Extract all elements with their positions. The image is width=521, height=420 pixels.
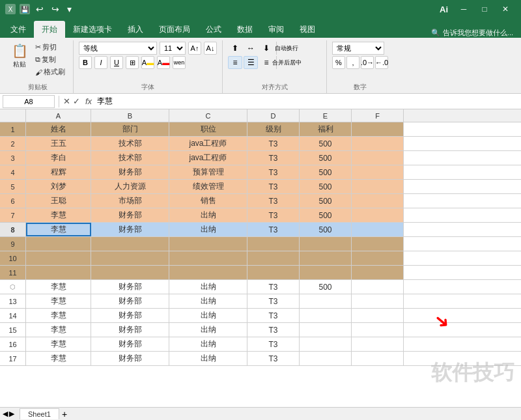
cell-r15-c4[interactable] [300,323,352,337]
cell-r1-c1[interactable]: 部门 [91,122,169,136]
cell-reference-box[interactable] [3,95,55,108]
cell-r3-c0[interactable]: 李白 [26,151,91,165]
cell-r8-c2[interactable]: 出纳 [169,223,247,236]
cell-r4-c3[interactable]: T3 [247,165,300,179]
tab-new[interactable]: 新建选项卡 [65,21,120,38]
col-header-d[interactable]: D [247,109,300,122]
save-icon[interactable]: 💾 [20,4,30,14]
cell-r6-c0[interactable]: 王聪 [26,194,91,208]
sheet-nav-left[interactable]: ◀ [3,410,8,418]
row-header-6[interactable]: 6 [0,194,26,208]
cell-r17-c0[interactable]: 李慧 [26,352,91,365]
cell-r11-c2[interactable] [169,266,247,279]
cell-r6-c5[interactable] [352,194,404,208]
cell-r14-c3[interactable]: T3 [247,309,300,322]
decrease-decimal-button[interactable]: ←.0 [375,56,388,69]
table-row[interactable]: 王聪市场部销售T3500 [26,194,521,208]
cell-r13-c2[interactable]: 出纳 [169,294,247,308]
cell-r2-c1[interactable]: 技术部 [91,137,169,150]
row-header-13[interactable]: 13 [0,294,26,309]
cell-r14-c5[interactable] [352,309,404,322]
cell-r10-c3[interactable] [247,251,300,265]
cell-r3-c2[interactable]: java工程师 [169,151,247,165]
format-painter-button[interactable]: 🖌 格式刷 [33,66,68,77]
tab-formula[interactable]: 公式 [198,21,229,38]
table-row[interactable]: 王五技术部java工程师T3500 [26,137,521,151]
cell-r17-c1[interactable]: 财务部 [91,352,169,365]
row-header-1[interactable]: 1 [0,122,26,137]
border-button[interactable]: ⊞ [126,56,139,69]
cell-r1-c0[interactable]: 姓名 [26,122,91,136]
cell-r12-c2[interactable]: 出纳 [169,280,247,294]
cell-r1-c3[interactable]: 级别 [247,122,300,136]
cell-r10-c1[interactable] [91,251,169,265]
add-sheet-button[interactable]: + [62,409,67,419]
col-header-f[interactable]: F [352,109,404,122]
font-grow-button[interactable]: A↑ [188,42,201,55]
cell-r16-c1[interactable]: 财务部 [91,337,169,351]
tab-data[interactable]: 数据 [229,21,260,38]
table-row[interactable]: 李慧财务部出纳T3500 [26,208,521,223]
cell-r12-c1[interactable]: 财务部 [91,280,169,294]
align-top-button[interactable]: ⬆ [228,42,242,55]
row-header-11[interactable]: 11 [0,266,26,280]
cell-r7-c4[interactable]: 500 [300,208,352,222]
cell-r14-c2[interactable]: 出纳 [169,309,247,322]
cell-r17-c2[interactable]: 出纳 [169,352,247,365]
row-header-15[interactable]: 15 [0,323,26,337]
align-left-button[interactable]: ≡ [228,56,242,69]
phonetic-button[interactable]: wen [173,56,186,69]
row-header-5[interactable]: 5 [0,180,26,194]
cell-r6-c2[interactable]: 销售 [169,194,247,208]
cell-r14-c1[interactable]: 财务部 [91,309,169,322]
cell-r15-c3[interactable]: T3 [247,323,300,337]
cut-button[interactable]: ✂ 剪切 [33,42,68,53]
cell-r10-c5[interactable] [352,251,404,265]
cell-r5-c4[interactable]: 500 [300,180,352,193]
cell-r5-c3[interactable]: T3 [247,180,300,193]
cell-r17-c5[interactable] [352,352,404,365]
table-row[interactable]: 姓名部门职位级别福利 [26,122,521,137]
col-header-e[interactable]: E [300,109,352,122]
confirm-formula-icon[interactable]: ✓ [73,96,80,106]
cell-r11-c4[interactable] [300,266,352,279]
number-format-select[interactable]: 常规 [332,42,384,55]
cell-r7-c1[interactable]: 财务部 [91,208,169,222]
cell-r5-c2[interactable]: 绩效管理 [169,180,247,193]
cell-r2-c2[interactable]: java工程师 [169,137,247,150]
copy-button[interactable]: ⧉ 复制 [33,54,68,65]
cell-r11-c1[interactable] [91,266,169,279]
row-header-16[interactable]: 16 [0,337,26,352]
cell-r5-c0[interactable]: 刘梦 [26,180,91,193]
cell-r9-c4[interactable] [300,237,352,251]
table-row[interactable]: 李慧财务部出纳T3500 [26,223,521,237]
tab-file[interactable]: 文件 [3,21,34,38]
table-row[interactable]: 刘梦人力资源绩效管理T3500 [26,180,521,194]
undo-button[interactable]: ↩ [34,4,46,14]
cell-r12-c3[interactable]: T3 [247,280,300,294]
cell-r9-c3[interactable] [247,237,300,251]
row-header-10[interactable]: 10 [0,251,26,266]
cell-r13-c5[interactable] [352,294,404,308]
cell-r17-c3[interactable]: T3 [247,352,300,365]
col-header-c[interactable]: C [169,109,247,122]
cell-r14-c0[interactable]: 李慧 [26,309,91,322]
cell-r14-c4[interactable] [300,309,352,322]
cell-r13-c0[interactable]: 李慧 [26,294,91,308]
cell-r4-c2[interactable]: 预算管理 [169,165,247,179]
cell-r4-c5[interactable] [352,165,404,179]
cell-r3-c3[interactable]: T3 [247,151,300,165]
row-header-2[interactable]: 2 [0,137,26,151]
cell-r16-c0[interactable]: 李慧 [26,337,91,351]
sheet-tab-1[interactable]: Sheet1 [20,408,59,419]
cell-r8-c1[interactable]: 财务部 [91,223,169,236]
cell-r1-c2[interactable]: 职位 [169,122,247,136]
cell-r16-c5[interactable] [352,337,404,351]
tab-search[interactable]: 🔍 告诉我您想要做什么... [423,28,521,38]
cell-r2-c0[interactable]: 王五 [26,137,91,150]
col-header-a[interactable]: A [26,109,91,122]
tab-home[interactable]: 开始 [34,21,65,38]
cell-r3-c4[interactable]: 500 [300,151,352,165]
cell-r16-c3[interactable]: T3 [247,337,300,351]
font-shrink-button[interactable]: A↓ [204,42,217,55]
